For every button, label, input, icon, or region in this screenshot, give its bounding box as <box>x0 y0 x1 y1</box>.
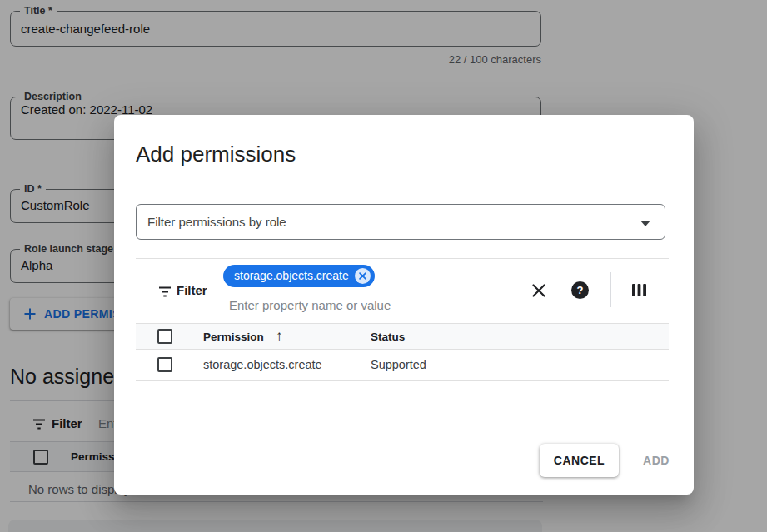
filter-icon <box>157 285 172 299</box>
chevron-down-icon <box>640 221 650 226</box>
modal-filter-label[interactable]: Filter <box>177 283 207 297</box>
table-row[interactable]: storage.objects.create Supported <box>136 350 669 381</box>
status-column-header[interactable]: Status <box>371 331 405 343</box>
modal-table-header: Permission ↑ Status <box>136 323 669 350</box>
add-button[interactable]: ADD <box>635 444 678 477</box>
add-permissions-dialog: Add permissions Filter permissions by ro… <box>114 115 694 495</box>
sort-ascending-icon[interactable]: ↑ <box>276 328 283 345</box>
help-icon[interactable]: ? <box>571 281 589 299</box>
divider <box>136 258 669 259</box>
cancel-button[interactable]: CANCEL <box>540 444 619 477</box>
remove-chip-icon[interactable] <box>355 268 371 284</box>
row-status-cell: Supported <box>371 358 426 371</box>
modal-filter-input[interactable]: Enter property name or value <box>229 298 391 312</box>
filter-chip[interactable]: storage.objects.create <box>223 265 375 287</box>
filter-chip-label: storage.objects.create <box>234 265 349 287</box>
permission-column-header[interactable]: Permission <box>203 331 264 343</box>
role-filter-select-value: Filter permissions by role <box>147 215 286 229</box>
select-all-checkbox[interactable] <box>157 329 172 344</box>
row-permission-cell: storage.objects.create <box>203 358 322 371</box>
role-filter-select[interactable]: Filter permissions by role <box>136 204 665 240</box>
column-display-icon[interactable] <box>632 284 646 296</box>
row-checkbox[interactable] <box>157 357 172 372</box>
dialog-title: Add permissions <box>136 142 296 167</box>
screen: Title * create-changefeed-role 22 / 100 … <box>0 0 767 532</box>
clear-filter-icon[interactable] <box>530 282 547 299</box>
divider <box>610 272 611 307</box>
